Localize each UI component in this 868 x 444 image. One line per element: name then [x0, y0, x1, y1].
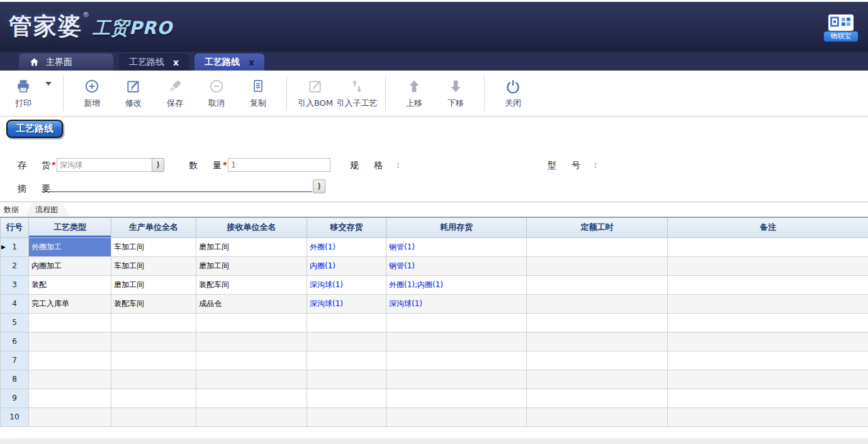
grid-cell[interactable]: 内圈(1)	[307, 256, 386, 275]
quantity-field[interactable]	[228, 158, 330, 172]
grid-cell[interactable]: 外圈(1)	[307, 237, 386, 256]
grid-cell[interactable]	[196, 332, 307, 351]
grid-cell[interactable]	[29, 332, 111, 351]
grid-cell[interactable]	[111, 389, 196, 407]
grid-cell[interactable]: 成品仓	[196, 294, 307, 313]
grid-cell[interactable]	[29, 389, 111, 407]
grid-cell[interactable]	[668, 256, 868, 275]
grid-cell[interactable]	[307, 407, 386, 426]
grid-cell[interactable]	[29, 407, 111, 426]
close-tab-icon[interactable]: x	[173, 57, 179, 67]
cancel-button[interactable]: 取消	[196, 73, 237, 113]
row-number-cell[interactable]: 9	[1, 389, 29, 407]
import-subprocess-button[interactable]: 引入子工艺	[336, 73, 378, 113]
grid-cell[interactable]: 外圈加工	[29, 237, 111, 256]
grid-cell[interactable]: 深沟球(1)	[307, 294, 386, 313]
grid-cell[interactable]: 钢管(1)	[386, 237, 527, 256]
grid-cell[interactable]	[527, 332, 668, 351]
grid-cell[interactable]	[527, 351, 668, 370]
grid-cell[interactable]	[668, 294, 868, 313]
close-button[interactable]: 关闭	[492, 73, 534, 113]
column-header[interactable]: 耗用存货	[386, 217, 527, 237]
grid-cell[interactable]	[307, 351, 386, 370]
grid-cell[interactable]	[196, 370, 307, 389]
grid-cell[interactable]	[196, 351, 307, 370]
grid-cell[interactable]	[668, 313, 868, 332]
grid-cell[interactable]	[386, 389, 527, 407]
grid-cell[interactable]	[527, 370, 668, 389]
grid-cell[interactable]	[527, 313, 668, 332]
grid-cell[interactable]	[668, 275, 868, 294]
grid-cell[interactable]	[307, 389, 386, 407]
summary-lookup-button[interactable]: )	[313, 179, 325, 193]
grid-cell[interactable]: 装配车间	[196, 275, 307, 294]
grid-cell[interactable]	[386, 351, 527, 370]
grid-cell[interactable]: 装配	[29, 275, 111, 294]
print-button[interactable]: 打印	[3, 73, 44, 113]
column-header[interactable]: 行号	[1, 217, 29, 237]
grid-cell[interactable]	[111, 370, 196, 389]
tab-process-route-1[interactable]: 工艺路线 x	[119, 54, 189, 71]
grid-cell[interactable]	[29, 370, 111, 389]
grid-cell[interactable]: 深沟球(1)	[307, 275, 386, 294]
move-up-button[interactable]: 上移	[393, 73, 435, 113]
grid-cell[interactable]	[111, 332, 196, 351]
grid-cell[interactable]: 深沟球(1)	[386, 294, 527, 313]
iot-badge-button[interactable]: 物联宝	[824, 14, 858, 42]
grid-cell[interactable]	[307, 332, 386, 351]
grid-cell[interactable]	[668, 407, 868, 426]
grid-cell[interactable]	[386, 370, 527, 389]
grid-cell[interactable]: 磨加工间	[111, 275, 196, 294]
grid-cell[interactable]	[527, 256, 668, 275]
grid-cell[interactable]: 车加工间	[111, 237, 196, 256]
row-number-cell[interactable]: 5	[1, 313, 29, 332]
close-tab-icon[interactable]: x	[249, 57, 254, 67]
column-header[interactable]: 接收单位全名	[196, 217, 307, 237]
modify-button[interactable]: 修改	[113, 73, 154, 113]
column-header[interactable]: 定额工时	[527, 217, 668, 237]
row-number-cell[interactable]: 4	[1, 294, 29, 313]
move-down-button[interactable]: 下移	[435, 73, 476, 113]
grid-cell[interactable]	[196, 389, 307, 407]
inventory-field[interactable]	[57, 158, 152, 172]
row-number-cell[interactable]: 3	[1, 275, 29, 294]
inventory-lookup-button[interactable]: )	[152, 158, 164, 172]
print-dropdown-caret-icon[interactable]	[45, 82, 52, 86]
grid-cell[interactable]	[386, 407, 527, 426]
row-number-cell[interactable]: 7	[1, 351, 29, 370]
grid-cell[interactable]: 磨加工间	[196, 237, 307, 256]
grid-cell[interactable]: 外圈(1);内圈(1)	[386, 275, 527, 294]
save-button[interactable]: 保存	[154, 73, 196, 113]
tab-main-screen[interactable]: 主界面	[19, 54, 113, 71]
column-header[interactable]: 生产单位全名	[111, 217, 196, 237]
grid-cell[interactable]	[668, 237, 868, 256]
grid-cell[interactable]	[196, 313, 307, 332]
grid-cell[interactable]	[668, 332, 868, 351]
grid-cell[interactable]: 钢管(1)	[386, 256, 527, 275]
grid-cell[interactable]: 完工入库单	[29, 294, 111, 313]
grid-cell[interactable]	[527, 389, 668, 407]
row-number-cell[interactable]: 10	[1, 407, 29, 426]
grid-cell[interactable]	[386, 332, 527, 351]
grid-cell[interactable]	[527, 407, 668, 426]
grid-cell[interactable]	[29, 351, 111, 370]
grid-cell[interactable]: 内圈加工	[29, 256, 111, 275]
add-button[interactable]: 新增	[71, 73, 113, 113]
grid-cell[interactable]	[668, 370, 868, 389]
grid-cell[interactable]	[111, 313, 196, 332]
column-header[interactable]: 备注	[668, 217, 868, 237]
grid-cell[interactable]	[386, 313, 527, 332]
grid-cell[interactable]: 磨加工间	[196, 256, 307, 275]
import-bom-button[interactable]: 引入BOM	[295, 73, 336, 113]
tab-process-route-2[interactable]: 工艺路线 x	[194, 54, 264, 71]
grid-cell[interactable]	[196, 407, 307, 426]
grid-cell[interactable]	[307, 370, 386, 389]
grid-cell[interactable]	[307, 313, 386, 332]
row-number-cell[interactable]: 6	[1, 332, 29, 351]
grid-cell[interactable]: 车加工间	[111, 256, 196, 275]
grid-cell[interactable]	[668, 389, 868, 407]
row-number-cell[interactable]: 1▶	[1, 237, 29, 256]
grid-cell[interactable]	[668, 351, 868, 370]
grid-cell[interactable]	[29, 313, 111, 332]
row-number-cell[interactable]: 8	[1, 370, 29, 389]
